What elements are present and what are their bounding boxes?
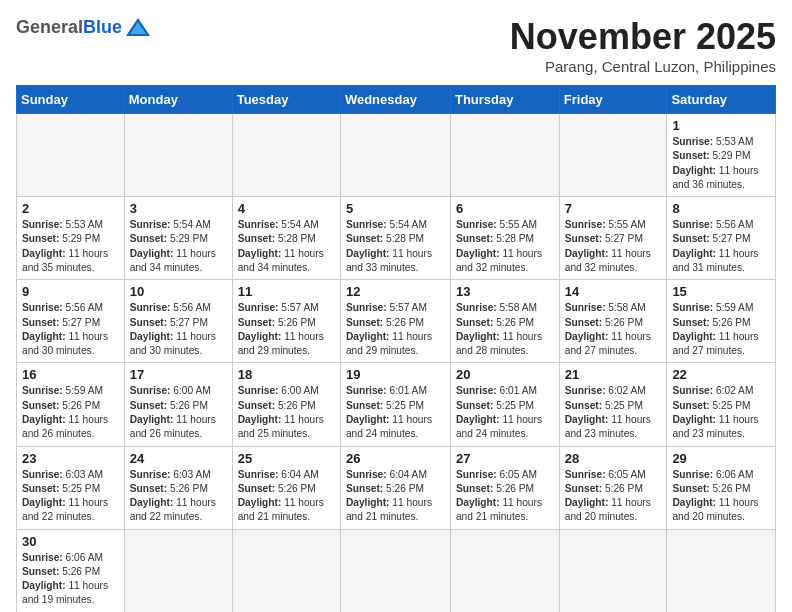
day-number: 23 [22, 451, 119, 466]
calendar-cell: 29Sunrise: 6:06 AMSunset: 5:26 PMDayligh… [667, 446, 776, 529]
weekday-header-friday: Friday [559, 86, 667, 114]
day-number: 15 [672, 284, 770, 299]
calendar-cell: 12Sunrise: 5:57 AMSunset: 5:26 PMDayligh… [340, 280, 450, 363]
calendar-cell [124, 114, 232, 197]
calendar-cell: 4Sunrise: 5:54 AMSunset: 5:28 PMDaylight… [232, 197, 340, 280]
calendar-cell: 19Sunrise: 6:01 AMSunset: 5:25 PMDayligh… [340, 363, 450, 446]
cell-content: Sunrise: 5:56 AMSunset: 5:27 PMDaylight:… [130, 301, 227, 358]
weekday-header-saturday: Saturday [667, 86, 776, 114]
calendar-cell [232, 114, 340, 197]
calendar-cell: 20Sunrise: 6:01 AMSunset: 5:25 PMDayligh… [450, 363, 559, 446]
calendar-cell: 27Sunrise: 6:05 AMSunset: 5:26 PMDayligh… [450, 446, 559, 529]
weekday-header-tuesday: Tuesday [232, 86, 340, 114]
calendar-cell: 9Sunrise: 5:56 AMSunset: 5:27 PMDaylight… [17, 280, 125, 363]
calendar-cell [340, 114, 450, 197]
calendar-week-0: 1Sunrise: 5:53 AMSunset: 5:29 PMDaylight… [17, 114, 776, 197]
calendar-cell: 1Sunrise: 5:53 AMSunset: 5:29 PMDaylight… [667, 114, 776, 197]
month-title: November 2025 [510, 16, 776, 58]
cell-content: Sunrise: 6:04 AMSunset: 5:26 PMDaylight:… [238, 468, 335, 525]
weekday-header-sunday: Sunday [17, 86, 125, 114]
day-number: 28 [565, 451, 662, 466]
day-number: 30 [22, 534, 119, 549]
calendar-cell: 25Sunrise: 6:04 AMSunset: 5:26 PMDayligh… [232, 446, 340, 529]
day-number: 6 [456, 201, 554, 216]
day-number: 1 [672, 118, 770, 133]
cell-content: Sunrise: 6:02 AMSunset: 5:25 PMDaylight:… [672, 384, 770, 441]
cell-content: Sunrise: 5:53 AMSunset: 5:29 PMDaylight:… [672, 135, 770, 192]
day-number: 26 [346, 451, 445, 466]
weekday-header-wednesday: Wednesday [340, 86, 450, 114]
cell-content: Sunrise: 5:53 AMSunset: 5:29 PMDaylight:… [22, 218, 119, 275]
calendar-cell [559, 114, 667, 197]
weekday-header-monday: Monday [124, 86, 232, 114]
cell-content: Sunrise: 5:58 AMSunset: 5:26 PMDaylight:… [456, 301, 554, 358]
calendar-cell [450, 114, 559, 197]
cell-content: Sunrise: 5:57 AMSunset: 5:26 PMDaylight:… [238, 301, 335, 358]
weekday-header-row: SundayMondayTuesdayWednesdayThursdayFrid… [17, 86, 776, 114]
calendar-table: SundayMondayTuesdayWednesdayThursdayFrid… [16, 85, 776, 612]
day-number: 2 [22, 201, 119, 216]
day-number: 22 [672, 367, 770, 382]
cell-content: Sunrise: 6:01 AMSunset: 5:25 PMDaylight:… [346, 384, 445, 441]
calendar-cell: 8Sunrise: 5:56 AMSunset: 5:27 PMDaylight… [667, 197, 776, 280]
day-number: 25 [238, 451, 335, 466]
day-number: 5 [346, 201, 445, 216]
day-number: 12 [346, 284, 445, 299]
day-number: 18 [238, 367, 335, 382]
cell-content: Sunrise: 6:02 AMSunset: 5:25 PMDaylight:… [565, 384, 662, 441]
day-number: 13 [456, 284, 554, 299]
calendar-cell: 3Sunrise: 5:54 AMSunset: 5:29 PMDaylight… [124, 197, 232, 280]
calendar-cell: 16Sunrise: 5:59 AMSunset: 5:26 PMDayligh… [17, 363, 125, 446]
cell-content: Sunrise: 6:01 AMSunset: 5:25 PMDaylight:… [456, 384, 554, 441]
cell-content: Sunrise: 5:56 AMSunset: 5:27 PMDaylight:… [672, 218, 770, 275]
calendar-week-2: 9Sunrise: 5:56 AMSunset: 5:27 PMDaylight… [17, 280, 776, 363]
cell-content: Sunrise: 6:04 AMSunset: 5:26 PMDaylight:… [346, 468, 445, 525]
day-number: 7 [565, 201, 662, 216]
logo-general-text: General [16, 17, 83, 38]
calendar-cell: 13Sunrise: 5:58 AMSunset: 5:26 PMDayligh… [450, 280, 559, 363]
calendar-cell [124, 529, 232, 612]
calendar-cell [667, 529, 776, 612]
calendar-cell: 21Sunrise: 6:02 AMSunset: 5:25 PMDayligh… [559, 363, 667, 446]
calendar-cell: 10Sunrise: 5:56 AMSunset: 5:27 PMDayligh… [124, 280, 232, 363]
cell-content: Sunrise: 5:54 AMSunset: 5:28 PMDaylight:… [346, 218, 445, 275]
cell-content: Sunrise: 5:56 AMSunset: 5:27 PMDaylight:… [22, 301, 119, 358]
cell-content: Sunrise: 5:59 AMSunset: 5:26 PMDaylight:… [22, 384, 119, 441]
calendar-week-3: 16Sunrise: 5:59 AMSunset: 5:26 PMDayligh… [17, 363, 776, 446]
logo-blue-text: Blue [83, 17, 122, 38]
day-number: 10 [130, 284, 227, 299]
calendar-cell: 7Sunrise: 5:55 AMSunset: 5:27 PMDaylight… [559, 197, 667, 280]
calendar-week-5: 30Sunrise: 6:06 AMSunset: 5:26 PMDayligh… [17, 529, 776, 612]
calendar-cell [232, 529, 340, 612]
cell-content: Sunrise: 5:54 AMSunset: 5:28 PMDaylight:… [238, 218, 335, 275]
cell-content: Sunrise: 5:55 AMSunset: 5:28 PMDaylight:… [456, 218, 554, 275]
calendar-cell: 6Sunrise: 5:55 AMSunset: 5:28 PMDaylight… [450, 197, 559, 280]
logo: General Blue [16, 16, 152, 38]
day-number: 9 [22, 284, 119, 299]
weekday-header-thursday: Thursday [450, 86, 559, 114]
day-number: 29 [672, 451, 770, 466]
calendar-cell: 2Sunrise: 5:53 AMSunset: 5:29 PMDaylight… [17, 197, 125, 280]
calendar-cell: 30Sunrise: 6:06 AMSunset: 5:26 PMDayligh… [17, 529, 125, 612]
header: General Blue November 2025 Parang, Centr… [16, 16, 776, 75]
day-number: 4 [238, 201, 335, 216]
day-number: 11 [238, 284, 335, 299]
cell-content: Sunrise: 6:06 AMSunset: 5:26 PMDaylight:… [672, 468, 770, 525]
day-number: 17 [130, 367, 227, 382]
calendar-cell: 22Sunrise: 6:02 AMSunset: 5:25 PMDayligh… [667, 363, 776, 446]
cell-content: Sunrise: 6:05 AMSunset: 5:26 PMDaylight:… [456, 468, 554, 525]
calendar-cell [340, 529, 450, 612]
calendar-cell: 15Sunrise: 5:59 AMSunset: 5:26 PMDayligh… [667, 280, 776, 363]
day-number: 21 [565, 367, 662, 382]
cell-content: Sunrise: 6:06 AMSunset: 5:26 PMDaylight:… [22, 551, 119, 608]
cell-content: Sunrise: 5:55 AMSunset: 5:27 PMDaylight:… [565, 218, 662, 275]
calendar-cell: 5Sunrise: 5:54 AMSunset: 5:28 PMDaylight… [340, 197, 450, 280]
day-number: 27 [456, 451, 554, 466]
day-number: 8 [672, 201, 770, 216]
day-number: 24 [130, 451, 227, 466]
calendar-cell: 28Sunrise: 6:05 AMSunset: 5:26 PMDayligh… [559, 446, 667, 529]
calendar-cell [559, 529, 667, 612]
calendar-cell: 23Sunrise: 6:03 AMSunset: 5:25 PMDayligh… [17, 446, 125, 529]
cell-content: Sunrise: 5:58 AMSunset: 5:26 PMDaylight:… [565, 301, 662, 358]
day-number: 16 [22, 367, 119, 382]
